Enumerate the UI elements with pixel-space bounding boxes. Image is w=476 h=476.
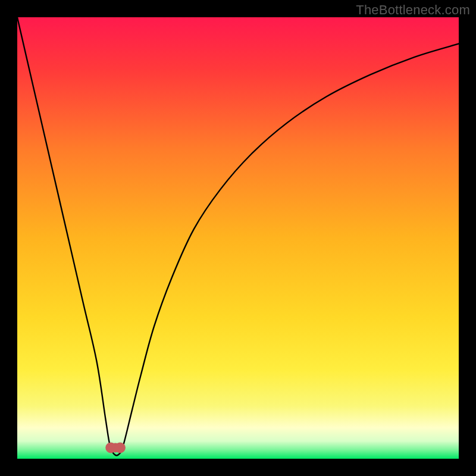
watermark-text: TheBottleneck.com	[356, 2, 470, 18]
chart-frame: TheBottleneck.com	[0, 0, 476, 476]
marker-min-left	[105, 442, 116, 453]
chart-plot	[17, 17, 459, 459]
chart-background	[17, 17, 459, 459]
marker-min-right	[115, 442, 126, 453]
curve-markers	[105, 442, 126, 453]
